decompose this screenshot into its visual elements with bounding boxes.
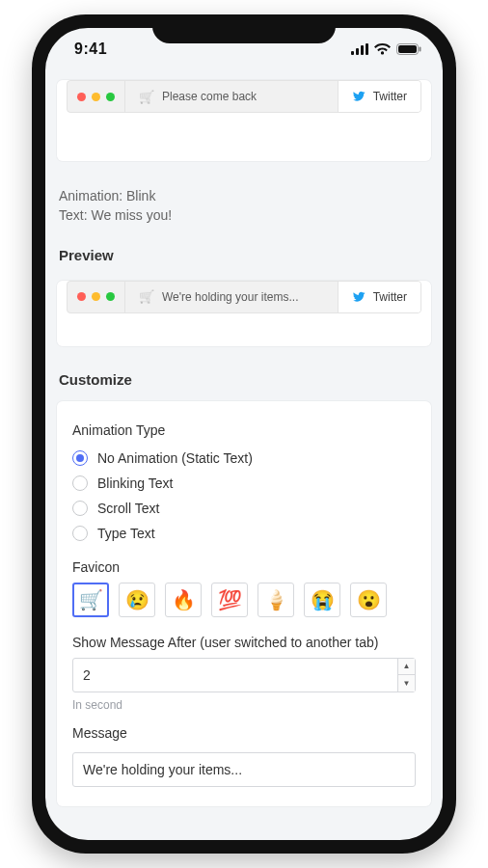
- radio-label: Blinking Text: [97, 475, 173, 491]
- animation-option-3[interactable]: Type Text: [72, 521, 416, 546]
- preview-body-2: [57, 313, 431, 346]
- radio-icon: [72, 475, 88, 491]
- label-favicon: Favicon: [72, 559, 416, 575]
- customize-card: Animation Type No Animation (Static Text…: [57, 401, 431, 806]
- radio-label: Type Text: [97, 526, 155, 541]
- screen: 9:41 �: [45, 28, 443, 840]
- cart-icon: 🛒: [139, 289, 154, 304]
- caption-text: Text: We miss you!: [59, 205, 429, 225]
- browser-tabs-1: 🛒 Please come back Twitter: [67, 80, 421, 113]
- traffic-red-icon: [77, 292, 86, 301]
- traffic-green-icon: [106, 292, 115, 301]
- stepper-down[interactable]: ▼: [397, 675, 415, 692]
- traffic-lights: [68, 282, 124, 312]
- device-notch: [152, 14, 336, 43]
- cart-icon: 🛒: [139, 90, 154, 104]
- twitter-icon: [352, 290, 366, 304]
- favicon-option-1[interactable]: 😢: [119, 583, 155, 617]
- svg-rect-5: [398, 45, 417, 53]
- favicon-option-5[interactable]: 😭: [304, 583, 340, 617]
- animation-radio-group: No Animation (Static Text)Blinking TextS…: [72, 446, 416, 546]
- favicon-option-2[interactable]: 🔥: [165, 583, 202, 617]
- traffic-yellow-icon: [92, 93, 100, 101]
- hint-in-second: In second: [72, 698, 416, 712]
- status-indicators: [351, 43, 421, 55]
- favicon-option-4[interactable]: 🍦: [258, 583, 294, 617]
- svg-rect-1: [356, 48, 359, 55]
- content-scroll[interactable]: 🛒 Please come back Twitter Animation: Bl…: [45, 70, 443, 840]
- active-tab-title: Please come back: [162, 90, 257, 103]
- label-message: Message: [72, 725, 416, 741]
- animation-option-0[interactable]: No Animation (Static Text): [72, 446, 416, 471]
- active-tab-2: 🛒 We're holding your items...: [124, 282, 338, 312]
- battery-icon: [396, 43, 421, 55]
- radio-label: Scroll Text: [97, 501, 159, 516]
- traffic-lights: [68, 81, 124, 112]
- svg-rect-0: [351, 51, 354, 55]
- preview-card-2: 🛒 We're holding your items... Twitter: [57, 281, 431, 346]
- preview-caption: Animation: Blink Text: We miss you!: [53, 173, 435, 233]
- preview-body-1: [57, 113, 431, 161]
- active-tab-title: We're holding your items...: [162, 290, 298, 304]
- show-after-input[interactable]: [72, 658, 416, 692]
- stepper-up[interactable]: ▲: [397, 659, 415, 676]
- message-input[interactable]: [72, 752, 416, 787]
- other-tab-label: Twitter: [373, 290, 407, 304]
- traffic-yellow-icon: [92, 292, 100, 301]
- label-show-after: Show Message After (user switched to ano…: [72, 635, 416, 650]
- favicon-option-3[interactable]: 💯: [211, 583, 248, 617]
- favicon-option-6[interactable]: 😮: [350, 583, 387, 617]
- show-after-stepper: ▲ ▼: [397, 659, 415, 692]
- signal-icon: [351, 43, 368, 55]
- preview-card-1: 🛒 Please come back Twitter: [57, 80, 431, 161]
- favicon-option-0[interactable]: 🛒: [72, 583, 109, 617]
- active-tab-1: 🛒 Please come back: [124, 81, 338, 112]
- other-tab-twitter-2: Twitter: [338, 282, 420, 312]
- status-time: 9:41: [74, 41, 107, 58]
- show-after-wrapper: ▲ ▼: [72, 658, 416, 692]
- radio-icon: [72, 526, 88, 541]
- radio-label: No Animation (Static Text): [97, 450, 253, 466]
- favicon-picker: 🛒😢🔥💯🍦😭😮: [72, 583, 416, 617]
- caption-animation: Animation: Blink: [59, 186, 429, 205]
- wifi-icon: [374, 43, 391, 55]
- phone-frame: 9:41 �: [32, 14, 456, 854]
- label-animation-type: Animation Type: [72, 422, 416, 438]
- svg-rect-3: [366, 43, 368, 55]
- section-title-preview: Preview: [53, 233, 435, 271]
- other-tab-label: Twitter: [373, 90, 407, 103]
- traffic-red-icon: [77, 93, 86, 101]
- svg-rect-6: [420, 47, 421, 52]
- twitter-icon: [352, 90, 366, 103]
- animation-option-1[interactable]: Blinking Text: [72, 471, 416, 496]
- radio-icon: [72, 501, 88, 516]
- browser-tabs-2: 🛒 We're holding your items... Twitter: [67, 281, 421, 313]
- radio-icon: [72, 450, 88, 466]
- traffic-green-icon: [106, 93, 115, 101]
- other-tab-twitter-1: Twitter: [338, 81, 420, 112]
- animation-option-2[interactable]: Scroll Text: [72, 496, 416, 521]
- svg-rect-2: [361, 45, 364, 55]
- section-title-customize: Customize: [53, 358, 435, 395]
